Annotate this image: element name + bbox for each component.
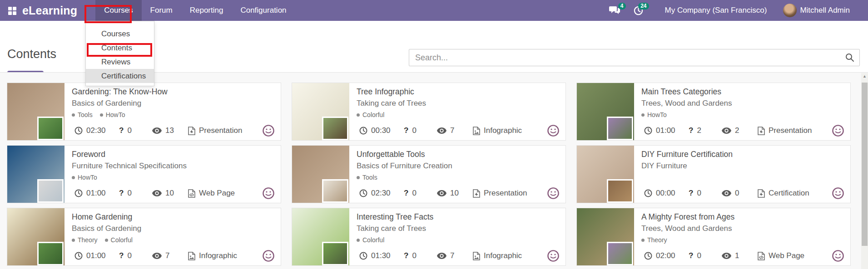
file-code-icon — [188, 189, 195, 198]
file-image-icon — [473, 127, 480, 135]
activities-button[interactable]: 24 — [634, 6, 643, 15]
question-mark-icon: ? — [404, 189, 408, 198]
rating-smiley-button[interactable] — [832, 187, 844, 200]
duration-value: 00:00 — [656, 189, 675, 198]
file-pdf-icon — [758, 127, 765, 135]
duration-value: 02:30 — [86, 126, 106, 135]
tag-dot-icon — [641, 239, 645, 242]
content-stats: 00:00?00Certification — [577, 184, 850, 203]
content-course-name: DIY Furniture — [641, 161, 687, 171]
content-card[interactable]: DIY Furniture CertificationDIY Furniture… — [576, 145, 851, 203]
nav-item-courses[interactable]: Courses — [95, 0, 141, 21]
rating-smiley-button[interactable] — [832, 249, 844, 262]
content-card[interactable]: Tree InfographicTaking care of TreesColo… — [292, 83, 566, 141]
content-type-label: Web Page — [199, 189, 235, 198]
rating-smiley-button[interactable] — [547, 249, 560, 262]
content-card[interactable]: ForewordFurniture Technical Specificatio… — [7, 145, 281, 203]
content-stats: 01:00?07Infographic — [7, 246, 281, 265]
user-avatar[interactable] — [783, 4, 797, 17]
tag-colorful: Colorful — [105, 236, 133, 244]
content-course-name: Basics of Gardening — [72, 224, 141, 233]
tag-label: Colorful — [362, 236, 384, 244]
content-stats: 02:00?01Web Page — [577, 246, 850, 265]
rating-smiley-button[interactable] — [262, 124, 275, 137]
question-mark-icon: ? — [119, 126, 124, 135]
content-tags: TheoryColorful — [72, 236, 133, 244]
duration-stat: 02:30 — [359, 184, 391, 203]
tag-dot-icon — [105, 239, 108, 242]
rating-smiley-button[interactable] — [262, 249, 275, 262]
dropdown-item-reviews[interactable]: Reviews — [86, 55, 154, 69]
apps-menu-icon[interactable] — [8, 7, 16, 15]
page-title: Contents — [7, 47, 56, 61]
questions-value: 0 — [127, 251, 131, 260]
views-stat: 10 — [437, 184, 459, 203]
dropdown-item-certifications[interactable]: Certifications — [86, 69, 154, 83]
tag-dot-icon — [357, 176, 360, 179]
question-mark-icon: ? — [404, 126, 408, 135]
views-value: 2 — [735, 126, 739, 135]
scrollbar-thumb[interactable] — [862, 83, 868, 246]
content-card[interactable]: Interesting Tree FactsTaking care of Tre… — [292, 208, 566, 266]
file-pdf-icon — [473, 189, 480, 198]
duration-stat: 01:00 — [74, 246, 106, 265]
content-title: Main Trees Categories — [641, 87, 721, 97]
tag-dot-icon — [357, 239, 360, 242]
messages-button[interactable]: 4 — [609, 6, 620, 15]
clock-icon — [359, 252, 367, 260]
company-switcher[interactable]: My Company (San Francisco) — [665, 6, 767, 15]
content-title: Unforgettable Tools — [357, 150, 425, 159]
views-stat: 7 — [437, 121, 454, 140]
user-menu[interactable]: Mitchell Admin — [800, 6, 850, 15]
nav-item-reporting[interactable]: Reporting — [181, 0, 232, 21]
duration-stat: 02:00 — [644, 246, 675, 265]
content-course-name: Furniture Technical Specifications — [72, 161, 187, 171]
rating-smiley-button[interactable] — [547, 124, 560, 137]
eye-icon — [437, 253, 446, 259]
rating-smiley-button[interactable] — [832, 124, 844, 137]
questions-value: 0 — [127, 126, 131, 135]
content-card[interactable]: Home GardeningBasics of GardeningTheoryC… — [7, 208, 281, 266]
dropdown-item-courses[interactable]: Courses — [86, 27, 154, 41]
vertical-scrollbar[interactable]: ▲ — [861, 73, 868, 269]
tag-colorful: Colorful — [357, 236, 384, 244]
kanban-view: Gardening: The Know-HowBasics of Gardeni… — [0, 73, 868, 269]
questions-stat: ?0 — [689, 184, 701, 203]
duration-value: 00:30 — [371, 126, 391, 135]
search-input[interactable] — [409, 49, 860, 66]
rating-smiley-button[interactable] — [547, 187, 560, 200]
content-type-stat: Presentation — [188, 121, 242, 140]
file-code-icon — [758, 252, 765, 260]
content-card[interactable]: Gardening: The Know-HowBasics of Gardeni… — [7, 83, 281, 141]
nav-menu: CoursesForumReportingConfiguration — [95, 0, 295, 21]
content-card[interactable]: Main Trees CategoriesTrees, Wood and Gar… — [576, 83, 851, 141]
content-stats: 02:30?013Presentation — [7, 121, 281, 140]
content-card[interactable]: A Mighty Forest from AgesTrees, Wood and… — [576, 208, 851, 266]
tag-dot-icon — [72, 113, 75, 117]
duration-value: 01:00 — [656, 126, 675, 135]
nav-item-configuration[interactable]: Configuration — [232, 0, 295, 21]
scrollbar-up-arrow[interactable]: ▲ — [861, 74, 868, 78]
content-card[interactable]: Unforgettable ToolsBasics of Furniture C… — [292, 145, 566, 203]
views-stat: 1 — [722, 246, 739, 265]
tag-label: HowTo — [647, 111, 667, 118]
views-value: 10 — [450, 189, 459, 198]
views-value: 7 — [165, 251, 169, 260]
content-tags: HowTo — [72, 174, 97, 181]
duration-value: 01:00 — [86, 251, 106, 260]
dropdown-item-contents[interactable]: Contents — [86, 41, 154, 55]
content-tags: Tools — [357, 174, 377, 181]
content-course-name: Basics of Furniture Creation — [357, 161, 452, 171]
questions-value: 0 — [697, 251, 701, 260]
eye-icon — [437, 127, 446, 134]
content-tags: Theory — [641, 236, 667, 244]
views-value: 13 — [165, 126, 174, 135]
nav-item-forum[interactable]: Forum — [142, 0, 181, 21]
eye-icon — [152, 253, 162, 259]
file-image-icon — [473, 252, 480, 260]
rating-smiley-button[interactable] — [262, 187, 275, 200]
content-type-stat: Certification — [758, 184, 809, 203]
duration-value: 01:30 — [371, 251, 391, 260]
duration-value: 02:30 — [371, 189, 391, 198]
views-stat: 2 — [722, 121, 739, 140]
